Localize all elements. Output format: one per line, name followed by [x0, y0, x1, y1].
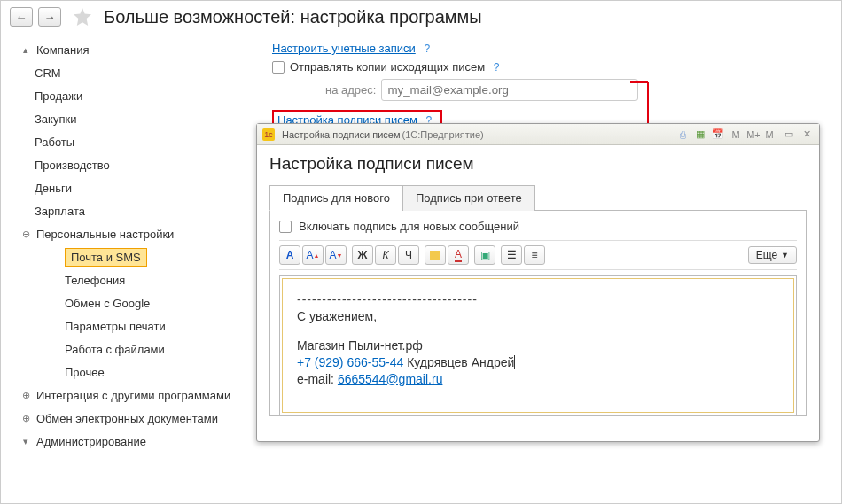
address-input[interactable]	[381, 79, 638, 101]
signature-divider: ------------------------------------	[297, 291, 779, 308]
configure-accounts-link[interactable]: Настроить учетные записи	[272, 42, 416, 55]
sidebar-item-print-params[interactable]: Параметры печати	[17, 314, 258, 337]
expand-icon: ⊕	[17, 409, 35, 427]
m-button[interactable]: M	[729, 128, 743, 142]
sidebar-item-administration[interactable]: ▾Администрирование	[17, 430, 258, 453]
chevron-down-icon: ▾	[17, 432, 35, 450]
grow-font-button[interactable]: A▲	[302, 245, 324, 265]
insert-image-button[interactable]: ▣	[474, 245, 495, 265]
window-titlebar[interactable]: 1c Настройка подписи писем (1С:Предприят…	[257, 124, 819, 145]
bg-color-button[interactable]	[425, 245, 446, 265]
star-icon[interactable]	[72, 6, 93, 27]
calendar-icon[interactable]: 📅	[711, 128, 725, 142]
content-pane: Настроить учетные записи ? Отправлять ко…	[258, 33, 841, 453]
font-button[interactable]: A	[279, 245, 300, 265]
collapse-icon: ⊖	[17, 225, 35, 243]
shrink-font-button[interactable]: A▼	[325, 245, 347, 265]
signature-email-label: e-mail:	[297, 372, 338, 386]
close-button[interactable]: ✕	[799, 128, 814, 142]
include-signature-label: Включать подпись для новых сообщений	[299, 220, 519, 233]
signature-editor[interactable]: ------------------------------------ С у…	[279, 275, 797, 415]
signature-window: 1c Настройка подписи писем (1С:Предприят…	[256, 123, 820, 442]
sidebar-item-salary[interactable]: Зарплата	[17, 199, 258, 222]
minimize-button[interactable]: ▭	[782, 128, 796, 142]
sidebar-item-google-sync[interactable]: Обмен с Google	[17, 291, 258, 314]
send-copies-label: Отправлять копии исходящих писем	[290, 60, 485, 74]
numbered-list-button[interactable]: ≡	[524, 245, 545, 265]
send-copies-checkbox[interactable]	[272, 61, 285, 74]
mminus-button[interactable]: M-	[764, 128, 778, 142]
sidebar-item-crm[interactable]: CRM	[17, 61, 258, 84]
expand-icon: ⊕	[17, 386, 35, 404]
page-title: Больше возможностей: настройка программы	[104, 7, 482, 27]
window-env: (1С:Предприятие)	[402, 129, 484, 140]
sidebar-item-purchases[interactable]: Закупки	[17, 107, 258, 130]
bullet-list-button[interactable]: ☰	[501, 245, 522, 265]
nav-forward-button[interactable]: →	[38, 7, 61, 27]
text-color-button[interactable]: A	[448, 245, 469, 265]
sidebar-item-edoc-exchange[interactable]: ⊕Обмен электронных документами	[17, 407, 258, 430]
more-button[interactable]: Еще▼	[748, 246, 797, 264]
window-title: Настройка подписи писем	[282, 129, 401, 140]
sidebar-item-company[interactable]: ▴Компания	[17, 38, 258, 61]
sidebar-item-telephony[interactable]: Телефония	[17, 268, 258, 291]
window-heading: Настройка подписи писем	[269, 154, 807, 174]
sidebar-item-mail-sms[interactable]: Почта и SMS	[17, 245, 258, 268]
sidebar-item-other[interactable]: Прочее	[17, 361, 258, 384]
signature-name: Кудрявцев Андрей	[403, 355, 515, 369]
signature-phone[interactable]: +7 (929) 666-55-44	[297, 355, 403, 369]
sidebar-item-works[interactable]: Работы	[17, 130, 258, 153]
italic-button[interactable]: К	[375, 245, 396, 265]
print-icon[interactable]: ⎙	[675, 128, 690, 142]
sidebar-item-files[interactable]: Работа с файлами	[17, 337, 258, 361]
sidebar-item-integration[interactable]: ⊕Интеграция с другими программами	[17, 384, 258, 407]
signature-regards: С уважением,	[297, 308, 779, 325]
signature-company: Магазин Пыли-нет.рф	[297, 337, 779, 354]
sidebar-item-money[interactable]: Деньги	[17, 176, 258, 199]
chevron-down-icon: ▼	[781, 251, 789, 260]
tabs: Подпись для нового Подпись при ответе	[269, 184, 807, 211]
signature-email[interactable]: 6665544@gmail.ru	[338, 372, 443, 386]
format-toolbar: A A▲ A▼ Ж К Ч A	[279, 240, 797, 270]
address-label: на адрес:	[325, 83, 376, 97]
tab-new-signature[interactable]: Подпись для нового	[269, 185, 403, 211]
help-icon[interactable]: ?	[490, 61, 503, 74]
sidebar: ▴Компания CRM Продажи Закупки Работы Про…	[1, 33, 258, 453]
mplus-button[interactable]: M+	[746, 128, 760, 142]
help-icon[interactable]: ?	[421, 43, 433, 55]
include-signature-checkbox[interactable]	[279, 221, 292, 233]
sidebar-item-production[interactable]: Производство	[17, 153, 258, 176]
tab-reply-signature[interactable]: Подпись при ответе	[402, 185, 535, 211]
app-logo-icon: 1c	[262, 128, 275, 141]
nav-back-button[interactable]: ←	[10, 7, 33, 27]
bold-button[interactable]: Ж	[352, 245, 373, 265]
underline-button[interactable]: Ч	[398, 245, 419, 265]
chevron-up-icon: ▴	[17, 41, 35, 58]
sidebar-item-sales[interactable]: Продажи	[17, 84, 258, 107]
sidebar-item-personal-settings[interactable]: ⊖Персональные настройки	[17, 222, 258, 245]
calc-icon[interactable]: ▦	[693, 128, 707, 142]
